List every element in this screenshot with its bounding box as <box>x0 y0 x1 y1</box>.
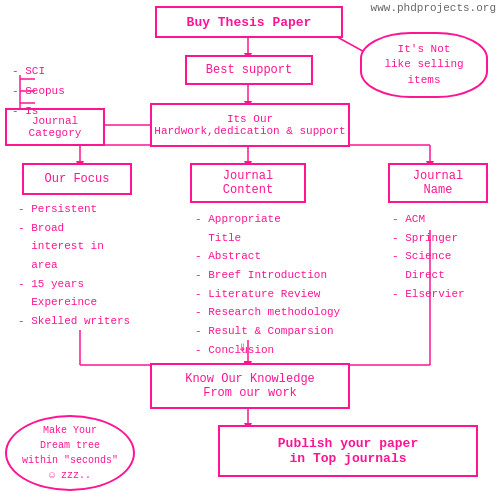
category-list: - SCI - Seopus - Is <box>12 62 65 121</box>
best-support-box: Best support <box>185 55 313 85</box>
content-list: - Appropriate Title - Abstract - Breef I… <box>195 210 340 360</box>
name-list: - ACM - Springer - Science Direct - Else… <box>392 210 465 303</box>
focus-list: - Persistent - Broad interest in area - … <box>18 200 130 331</box>
website-url: www.phdprojects.org <box>371 2 496 14</box>
not-selling-cloud: It's Not like selling items <box>360 32 488 98</box>
our-focus-box: Our Focus <box>22 163 132 195</box>
dream-tree-cloud: Make Your Dream tree within "seconds" ☺ … <box>5 415 135 491</box>
publish-box: Publish your paper in Top journals <box>218 425 478 477</box>
know-our-box: Know Our Knowledge From our work <box>150 363 350 409</box>
buy-thesis-box: Buy Thesis Paper <box>155 6 343 38</box>
hardwork-box: Its Our Hardwork,dedication & support <box>150 103 350 147</box>
journal-content-box: Journal Content <box>190 163 306 203</box>
journal-name-box: Journal Name <box>388 163 488 203</box>
double-arrow: ⇓ <box>238 338 246 355</box>
